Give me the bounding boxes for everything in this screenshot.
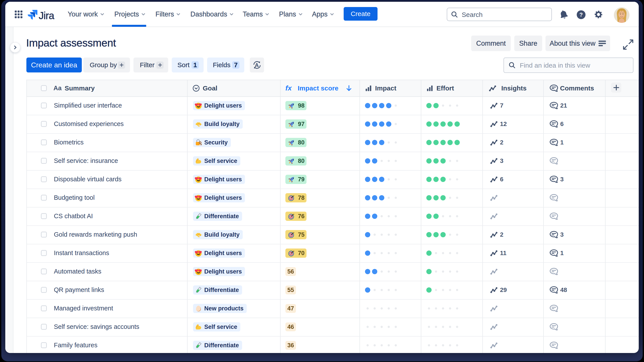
svg-text:?: ? bbox=[579, 12, 583, 18]
